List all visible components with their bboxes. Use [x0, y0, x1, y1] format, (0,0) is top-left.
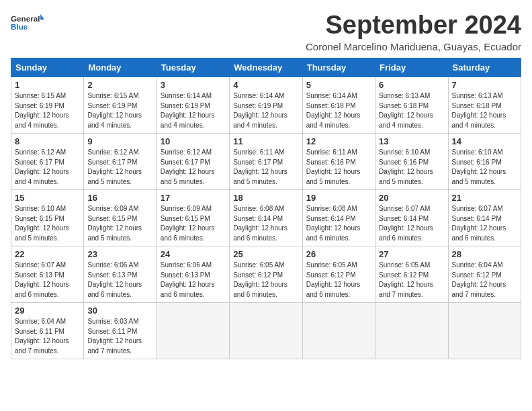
day-info: Sunrise: 6:07 AM Sunset: 6:14 PM Dayligh…: [452, 204, 517, 243]
calendar-cell: 28 Sunrise: 6:04 AM Sunset: 6:12 PM Dayl…: [448, 246, 521, 303]
day-info: Sunrise: 6:08 AM Sunset: 6:14 PM Dayligh…: [233, 204, 298, 243]
day-header-saturday: Saturday: [448, 58, 521, 77]
calendar-cell: 3 Sunrise: 6:14 AM Sunset: 6:19 PM Dayli…: [157, 77, 229, 134]
week-row-3: 15 Sunrise: 6:10 AM Sunset: 6:15 PM Dayl…: [11, 190, 521, 246]
calendar-cell: 11 Sunrise: 6:11 AM Sunset: 6:17 PM Dayl…: [230, 134, 302, 190]
calendar-cell: 6 Sunrise: 6:13 AM Sunset: 6:18 PM Dayli…: [375, 77, 448, 134]
day-info: Sunrise: 6:09 AM Sunset: 6:15 PM Dayligh…: [87, 204, 152, 243]
day-number: 21: [452, 193, 517, 203]
day-info: Sunrise: 6:04 AM Sunset: 6:11 PM Dayligh…: [15, 317, 80, 356]
day-number: 8: [15, 136, 80, 146]
calendar-cell: 27 Sunrise: 6:05 AM Sunset: 6:12 PM Dayl…: [375, 246, 448, 303]
day-number: 28: [452, 249, 517, 259]
location-subtitle: Coronel Marcelino Mariduena, Guayas, Ecu…: [306, 41, 521, 52]
calendar-cell: 30 Sunrise: 6:03 AM Sunset: 6:11 PM Dayl…: [84, 303, 157, 359]
day-number: 20: [379, 193, 444, 203]
calendar-cell: [448, 303, 521, 359]
day-info: Sunrise: 6:11 AM Sunset: 6:16 PM Dayligh…: [306, 148, 371, 187]
day-number: 29: [15, 306, 80, 316]
day-number: 17: [161, 193, 226, 203]
day-number: 14: [452, 136, 517, 146]
day-info: Sunrise: 6:05 AM Sunset: 6:12 PM Dayligh…: [306, 261, 371, 300]
day-info: Sunrise: 6:04 AM Sunset: 6:12 PM Dayligh…: [452, 261, 517, 300]
day-info: Sunrise: 6:05 AM Sunset: 6:12 PM Dayligh…: [233, 261, 298, 300]
day-info: Sunrise: 6:13 AM Sunset: 6:18 PM Dayligh…: [379, 91, 444, 130]
day-number: 10: [161, 136, 226, 146]
day-number: 11: [233, 136, 298, 146]
day-number: 9: [87, 136, 152, 146]
svg-text:Blue: Blue: [11, 22, 28, 31]
day-number: 19: [306, 193, 371, 203]
calendar-cell: 24 Sunrise: 6:06 AM Sunset: 6:13 PM Dayl…: [157, 246, 229, 303]
calendar-cell: 23 Sunrise: 6:06 AM Sunset: 6:13 PM Dayl…: [84, 246, 157, 303]
day-info: Sunrise: 6:14 AM Sunset: 6:19 PM Dayligh…: [161, 91, 226, 130]
day-number: 7: [452, 80, 517, 90]
calendar-cell: [230, 303, 302, 359]
day-info: Sunrise: 6:07 AM Sunset: 6:14 PM Dayligh…: [379, 204, 444, 243]
day-header-sunday: Sunday: [11, 58, 84, 77]
day-number: 16: [87, 193, 152, 203]
day-info: Sunrise: 6:05 AM Sunset: 6:12 PM Dayligh…: [379, 261, 444, 300]
logo-svg: General Blue: [11, 11, 44, 38]
calendar-cell: 1 Sunrise: 6:15 AM Sunset: 6:19 PM Dayli…: [11, 77, 84, 134]
day-number: 15: [15, 193, 80, 203]
week-row-2: 8 Sunrise: 6:12 AM Sunset: 6:17 PM Dayli…: [11, 134, 521, 190]
calendar-cell: 17 Sunrise: 6:09 AM Sunset: 6:15 PM Dayl…: [157, 190, 229, 246]
day-header-tuesday: Tuesday: [157, 58, 229, 77]
day-header-friday: Friday: [375, 58, 448, 77]
calendar-cell: 13 Sunrise: 6:10 AM Sunset: 6:16 PM Dayl…: [375, 134, 448, 190]
day-info: Sunrise: 6:10 AM Sunset: 6:16 PM Dayligh…: [379, 148, 444, 187]
day-number: 3: [161, 80, 226, 90]
day-number: 13: [379, 136, 444, 146]
day-info: Sunrise: 6:15 AM Sunset: 6:19 PM Dayligh…: [87, 91, 152, 130]
calendar-cell: 18 Sunrise: 6:08 AM Sunset: 6:14 PM Dayl…: [230, 190, 302, 246]
week-row-5: 29 Sunrise: 6:04 AM Sunset: 6:11 PM Dayl…: [11, 303, 521, 359]
day-info: Sunrise: 6:14 AM Sunset: 6:18 PM Dayligh…: [306, 91, 371, 130]
calendar-cell: 19 Sunrise: 6:08 AM Sunset: 6:14 PM Dayl…: [302, 190, 375, 246]
calendar-cell: [157, 303, 229, 359]
day-number: 4: [233, 80, 298, 90]
calendar-cell: [302, 303, 375, 359]
calendar-cell: 4 Sunrise: 6:14 AM Sunset: 6:19 PM Dayli…: [230, 77, 302, 134]
calendar-cell: 16 Sunrise: 6:09 AM Sunset: 6:15 PM Dayl…: [84, 190, 157, 246]
day-number: 12: [306, 136, 371, 146]
day-info: Sunrise: 6:09 AM Sunset: 6:15 PM Dayligh…: [161, 204, 226, 243]
calendar-table: SundayMondayTuesdayWednesdayThursdayFrid…: [11, 58, 521, 359]
day-info: Sunrise: 6:06 AM Sunset: 6:13 PM Dayligh…: [87, 261, 152, 300]
day-number: 5: [306, 80, 371, 90]
svg-marker-2: [40, 14, 44, 19]
day-number: 27: [379, 249, 444, 259]
calendar-cell: 26 Sunrise: 6:05 AM Sunset: 6:12 PM Dayl…: [302, 246, 375, 303]
day-info: Sunrise: 6:06 AM Sunset: 6:13 PM Dayligh…: [161, 261, 226, 300]
week-row-4: 22 Sunrise: 6:07 AM Sunset: 6:13 PM Dayl…: [11, 246, 521, 303]
day-number: 30: [87, 306, 152, 316]
calendar-cell: 25 Sunrise: 6:05 AM Sunset: 6:12 PM Dayl…: [230, 246, 302, 303]
day-number: 26: [306, 249, 371, 259]
day-info: Sunrise: 6:03 AM Sunset: 6:11 PM Dayligh…: [87, 317, 152, 356]
calendar-cell: 21 Sunrise: 6:07 AM Sunset: 6:14 PM Dayl…: [448, 190, 521, 246]
day-number: 25: [233, 249, 298, 259]
day-info: Sunrise: 6:12 AM Sunset: 6:17 PM Dayligh…: [87, 148, 152, 187]
day-info: Sunrise: 6:10 AM Sunset: 6:15 PM Dayligh…: [15, 204, 80, 243]
day-info: Sunrise: 6:08 AM Sunset: 6:14 PM Dayligh…: [306, 204, 371, 243]
day-info: Sunrise: 6:07 AM Sunset: 6:13 PM Dayligh…: [15, 261, 80, 300]
calendar-cell: 8 Sunrise: 6:12 AM Sunset: 6:17 PM Dayli…: [11, 134, 84, 190]
calendar-cell: 5 Sunrise: 6:14 AM Sunset: 6:18 PM Dayli…: [302, 77, 375, 134]
day-info: Sunrise: 6:15 AM Sunset: 6:19 PM Dayligh…: [15, 91, 80, 130]
day-info: Sunrise: 6:13 AM Sunset: 6:18 PM Dayligh…: [452, 91, 517, 130]
calendar-cell: 12 Sunrise: 6:11 AM Sunset: 6:16 PM Dayl…: [302, 134, 375, 190]
day-number: 2: [87, 80, 152, 90]
day-header-wednesday: Wednesday: [230, 58, 302, 77]
day-info: Sunrise: 6:14 AM Sunset: 6:19 PM Dayligh…: [233, 91, 298, 130]
day-header-monday: Monday: [84, 58, 157, 77]
day-info: Sunrise: 6:12 AM Sunset: 6:17 PM Dayligh…: [15, 148, 80, 187]
day-number: 1: [15, 80, 80, 90]
calendar-cell: 29 Sunrise: 6:04 AM Sunset: 6:11 PM Dayl…: [11, 303, 84, 359]
day-info: Sunrise: 6:10 AM Sunset: 6:16 PM Dayligh…: [452, 148, 517, 187]
svg-text:General: General: [11, 14, 40, 23]
day-number: 18: [233, 193, 298, 203]
calendar-cell: 14 Sunrise: 6:10 AM Sunset: 6:16 PM Dayl…: [448, 134, 521, 190]
calendar-cell: 20 Sunrise: 6:07 AM Sunset: 6:14 PM Dayl…: [375, 190, 448, 246]
calendar-cell: 15 Sunrise: 6:10 AM Sunset: 6:15 PM Dayl…: [11, 190, 84, 246]
week-row-1: 1 Sunrise: 6:15 AM Sunset: 6:19 PM Dayli…: [11, 77, 521, 134]
